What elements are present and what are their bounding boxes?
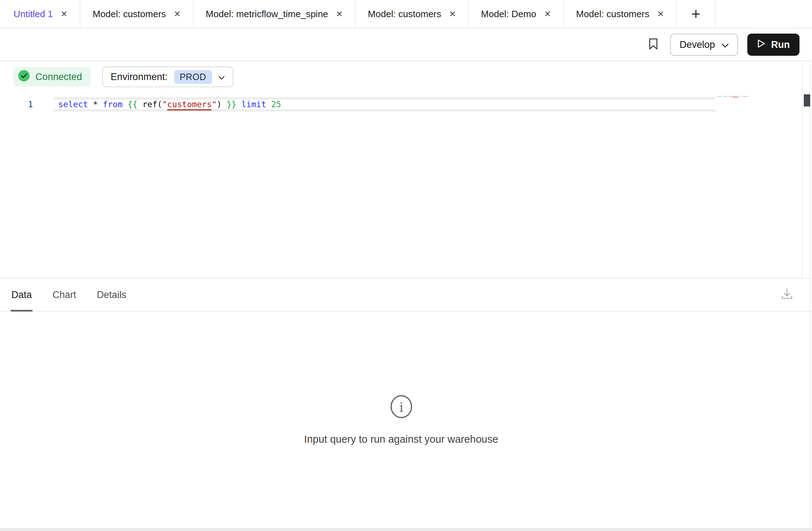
editor-right-border: [802, 62, 803, 278]
bottom-border: [0, 528, 812, 531]
tab-model-customers-1[interactable]: Model: customers ✕: [80, 0, 193, 28]
tab-label: Untitled 1: [14, 9, 53, 20]
editor-minimap: select * from {{ ref("customers") }} lim…: [717, 94, 802, 101]
bookmark-button[interactable]: [649, 38, 658, 51]
active-line-highlight: select * from {{ ref("customers") }} lim…: [54, 97, 716, 111]
tab-untitled-1[interactable]: Untitled 1 ✕: [0, 0, 80, 28]
environment-label: Environment:: [111, 71, 168, 83]
toolbar: Develop Run: [0, 29, 812, 61]
tab-label: Model: customers: [368, 9, 441, 20]
environment-selector[interactable]: Environment: PROD: [102, 66, 233, 87]
sql-editor[interactable]: 1 select * from {{ ref("customers") }} l…: [0, 92, 812, 278]
develop-button-label: Develop: [679, 39, 715, 50]
line-number: 1: [0, 97, 54, 111]
tab-chart[interactable]: Chart: [53, 279, 76, 311]
chevron-down-icon: [218, 71, 225, 83]
tab-model-customers-3[interactable]: Model: customers ✕: [564, 0, 677, 28]
tab-bar: Untitled 1 ✕ Model: customers ✕ Model: m…: [0, 0, 812, 29]
close-icon[interactable]: ✕: [449, 10, 456, 18]
environment-value-pill: PROD: [174, 70, 212, 84]
download-button[interactable]: [780, 287, 794, 303]
connection-status-label: Connected: [35, 71, 82, 83]
tab-label: Model: Demo: [481, 9, 536, 20]
close-icon[interactable]: ✕: [544, 10, 551, 18]
window-right-border: [809, 62, 810, 528]
close-icon[interactable]: ✕: [61, 10, 68, 18]
close-icon[interactable]: ✕: [336, 10, 343, 18]
results-empty-state: i Input query to run against your wareho…: [0, 312, 802, 528]
tab-label: Model: metricflow_time_spine: [206, 9, 328, 20]
scrollbar-thumb[interactable]: [804, 94, 810, 106]
minimap-code-line: select * from {{ ref("customers") }} lim…: [717, 96, 748, 97]
tab-model-metricflow-time-spine[interactable]: Model: metricflow_time_spine ✕: [194, 0, 356, 28]
check-circle-icon: [18, 70, 30, 84]
status-bar: Connected Environment: PROD: [0, 61, 812, 92]
dbt-studio-window: Untitled 1 ✕ Model: customers ✕ Model: m…: [0, 0, 812, 531]
tab-label: Model: customers: [576, 9, 649, 20]
new-tab-button[interactable]: +: [677, 0, 716, 28]
run-button[interactable]: Run: [747, 34, 799, 56]
tab-data[interactable]: Data: [11, 279, 32, 311]
chevron-down-icon: [722, 39, 729, 50]
close-icon[interactable]: ✕: [657, 10, 664, 18]
code-line[interactable]: select * from {{ ref("customers") }} lim…: [54, 100, 716, 109]
results-tab-bar: Data Chart Details: [0, 279, 812, 312]
download-icon: [780, 287, 794, 303]
tab-details[interactable]: Details: [97, 279, 127, 311]
tab-model-demo[interactable]: Model: Demo ✕: [469, 0, 564, 28]
connection-status-badge: Connected: [14, 67, 91, 86]
svg-text:i: i: [399, 400, 403, 415]
empty-state-message: Input query to run against your warehous…: [304, 433, 498, 445]
play-icon: [757, 39, 766, 51]
info-icon: i: [390, 395, 413, 420]
close-icon[interactable]: ✕: [174, 10, 180, 18]
tab-model-customers-2[interactable]: Model: customers ✕: [356, 0, 469, 28]
develop-button[interactable]: Develop: [670, 34, 738, 56]
editor-active-line[interactable]: 1 select * from {{ ref("customers") }} l…: [0, 97, 812, 111]
tab-label: Model: customers: [93, 9, 166, 20]
bookmark-icon: [649, 38, 658, 51]
run-button-label: Run: [771, 39, 790, 50]
